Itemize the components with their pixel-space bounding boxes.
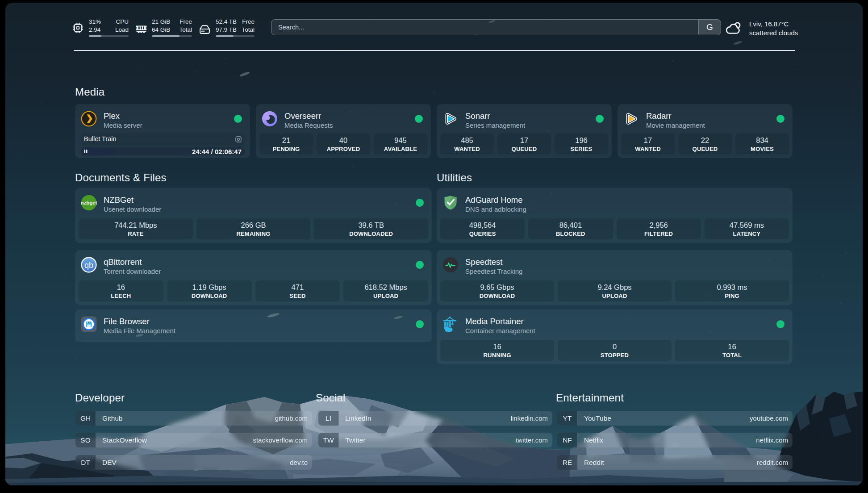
- svg-text:nzbget: nzbget: [81, 200, 97, 205]
- svg-text:qb: qb: [84, 261, 93, 270]
